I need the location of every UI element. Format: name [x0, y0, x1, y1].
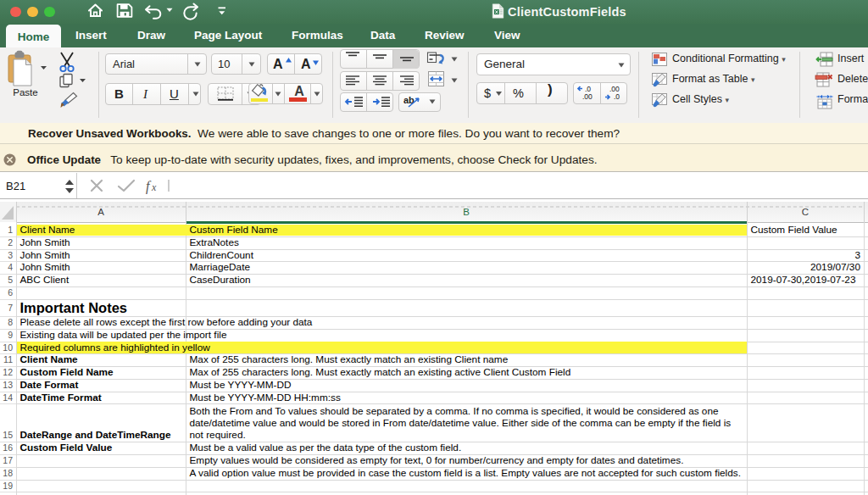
svg-text:f: f	[146, 179, 152, 194]
svg-text:.0: .0	[614, 92, 620, 101]
svg-text:.00: .00	[582, 92, 593, 101]
svg-text:x: x	[151, 181, 157, 193]
